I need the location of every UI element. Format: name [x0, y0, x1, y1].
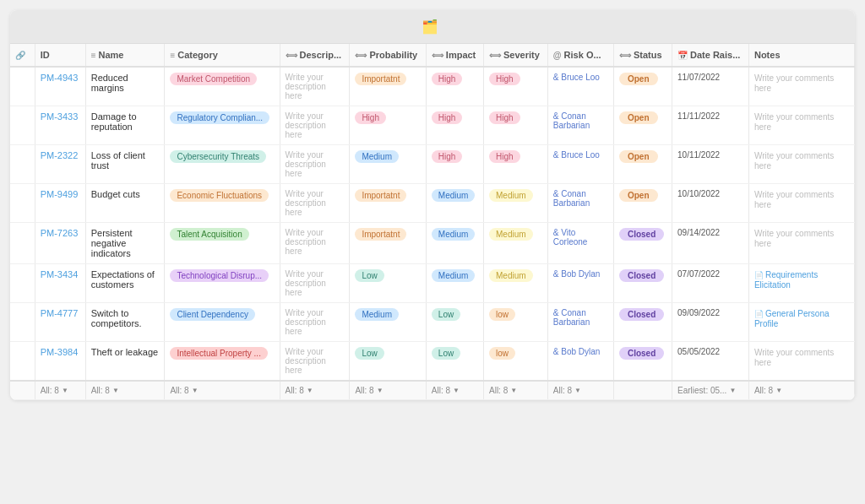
row-description[interactable]: Write your description here: [280, 342, 350, 382]
col-header-description[interactable]: ⟺Descrip...: [280, 44, 350, 67]
footer-status-filter[interactable]: [613, 381, 672, 400]
row-name: Reduced margins: [85, 67, 165, 106]
row-status: Closed: [613, 303, 672, 342]
col-header-category[interactable]: ≡Category: [165, 44, 280, 67]
row-id[interactable]: PM-7263: [35, 223, 85, 264]
row-id[interactable]: PM-2322: [35, 145, 85, 184]
row-id[interactable]: PM-9499: [35, 184, 85, 223]
row-category: Regulatory Complian...: [165, 106, 280, 145]
footer-desc-filter[interactable]: All: 8 ▼: [280, 381, 350, 400]
status-badge: Closed: [619, 347, 664, 360]
row-severity: low: [484, 342, 548, 382]
row-category: Cybersecurity Threats: [165, 145, 280, 184]
row-id[interactable]: PM-3984: [35, 342, 85, 382]
col-header-name[interactable]: ≡Name: [85, 44, 165, 67]
main-card: 🗂️ 🔗 ID ≡Name ≡Category ⟺Descr: [10, 10, 855, 400]
probability-badge: High: [355, 111, 386, 124]
row-category: Technological Disrup...: [165, 264, 280, 303]
row-date-raised: 11/11/2022: [672, 106, 749, 145]
status-badge: Open: [619, 150, 658, 163]
row-severity: Medium: [484, 264, 548, 303]
row-status: Open: [613, 145, 672, 184]
severity-badge: Medium: [489, 189, 533, 202]
footer-sev-filter[interactable]: All: 8 ▼: [484, 381, 548, 400]
footer-cat-filter[interactable]: All: 8 ▼: [165, 381, 280, 400]
table-body: PM-4943 Reduced margins Market Competiti…: [10, 67, 855, 381]
col-header-impact[interactable]: ⟺Impact: [426, 44, 483, 67]
notes-link[interactable]: 📄Requirements Elicitation: [754, 270, 818, 290]
footer-notes-filter[interactable]: All: 8 ▼: [748, 381, 854, 400]
row-description[interactable]: Write your description here: [280, 67, 350, 106]
row-name: Persistent negative indicators: [85, 223, 165, 264]
footer-date-filter[interactable]: Earliest: 05... ▼: [672, 381, 749, 400]
row-impact: Medium: [426, 184, 483, 223]
table-row: PM-4943 Reduced margins Market Competiti…: [10, 67, 855, 106]
row-description[interactable]: Write your description here: [280, 106, 350, 145]
col-header-notes[interactable]: Notes: [748, 44, 854, 67]
col-header-checkbox: 🔗: [10, 44, 35, 67]
notes-link[interactable]: 📄General Persona Profile: [754, 309, 830, 328]
footer-impact-filter[interactable]: All: 8 ▼: [426, 381, 483, 400]
col-header-id[interactable]: ID: [35, 44, 85, 67]
row-impact: Low: [426, 342, 483, 382]
row-id[interactable]: PM-4777: [35, 303, 85, 342]
severity-badge: High: [489, 111, 520, 124]
status-badge: Closed: [619, 308, 664, 321]
row-notes: Write your comments here: [748, 106, 854, 145]
row-notes: Write your comments here: [748, 342, 854, 382]
col-header-risk-owner[interactable]: @Risk O...: [547, 44, 613, 67]
impact-badge: Medium: [432, 189, 476, 202]
row-impact: Low: [426, 303, 483, 342]
table-header-row: 🔗 ID ≡Name ≡Category ⟺Descrip... ⟺Probab…: [10, 44, 855, 67]
row-id[interactable]: PM-4943: [35, 67, 85, 106]
col-header-severity[interactable]: ⟺Severity: [484, 44, 548, 67]
row-checkbox-cell: [10, 264, 35, 303]
link-icon: 🔗: [15, 51, 25, 60]
row-probability: Medium: [350, 303, 426, 342]
row-description[interactable]: Write your description here: [280, 223, 350, 264]
row-id[interactable]: PM-3434: [35, 264, 85, 303]
row-description[interactable]: Write your description here: [280, 303, 350, 342]
row-risk-owner: & Bob Dylan: [547, 264, 613, 303]
col-header-status[interactable]: ⟺Status: [613, 44, 672, 67]
row-risk-owner: & Bruce Loo: [547, 145, 613, 184]
row-date-raised: 05/05/2022: [672, 342, 749, 382]
footer-prob-filter[interactable]: All: 8 ▼: [350, 381, 426, 400]
col-header-probability[interactable]: ⟺Probability: [350, 44, 426, 67]
row-impact: High: [426, 67, 483, 106]
row-description[interactable]: Write your description here: [280, 145, 350, 184]
row-checkbox-cell: [10, 145, 35, 184]
footer-checkbox-col: [10, 381, 35, 400]
row-id[interactable]: PM-3433: [35, 106, 85, 145]
status-badge: Open: [619, 111, 658, 124]
row-probability: Importatnt: [350, 223, 426, 264]
row-notes: Write your comments here: [748, 67, 854, 106]
category-badge: Economic Fluctuations: [170, 189, 269, 202]
col-header-date-raised[interactable]: 📅Date Rais...: [672, 44, 749, 67]
row-severity: High: [484, 67, 548, 106]
status-badge: Closed: [619, 269, 664, 282]
row-risk-owner: & Vito Corleone: [547, 223, 613, 264]
footer-id-filter[interactable]: All: 8 ▼: [35, 381, 85, 400]
title-bar: 🗂️: [10, 10, 855, 44]
status-badge: Open: [619, 189, 658, 202]
title-icon: 🗂️: [422, 19, 438, 34]
row-description[interactable]: Write your description here: [280, 184, 350, 223]
row-severity: High: [484, 145, 548, 184]
probability-badge: Low: [355, 347, 384, 360]
row-severity: High: [484, 106, 548, 145]
row-probability: High: [350, 106, 426, 145]
row-description[interactable]: Write your description here: [280, 264, 350, 303]
status-badge: Closed: [619, 228, 664, 241]
status-badge: Open: [619, 73, 658, 85]
row-date-raised: 10/10/2022: [672, 184, 749, 223]
row-date-raised: 09/14/2022: [672, 223, 749, 264]
row-risk-owner: & Conan Barbarian: [547, 184, 613, 223]
table-row: PM-9499 Budget cuts Economic Fluctuation…: [10, 184, 855, 223]
table-footer: All: 8 ▼ All: 8 ▼ All: 8 ▼ All: 8 ▼ All:…: [10, 381, 855, 400]
row-risk-owner: & Conan Barbarian: [547, 106, 613, 145]
footer-owner-filter[interactable]: All: 8 ▼: [547, 381, 613, 400]
footer-name-filter[interactable]: All: 8 ▼: [85, 381, 165, 400]
row-notes: Write your comments here: [748, 184, 854, 223]
category-badge: Talent Acquisition: [170, 228, 248, 241]
